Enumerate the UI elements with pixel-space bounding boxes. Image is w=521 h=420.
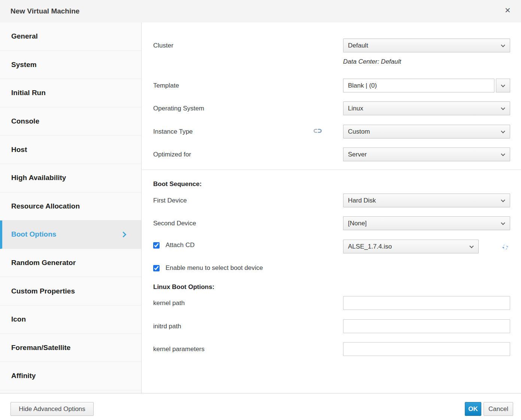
optimized-for-select[interactable]: Server [343, 147, 510, 161]
attach-cd-iso-value: ALSE_1.7.4.iso [348, 243, 392, 250]
cancel-button[interactable]: Cancel [484, 402, 513, 416]
attach-cd-iso-select[interactable]: ALSE_1.7.4.iso [343, 240, 479, 253]
template-value: Blank | (0) [348, 82, 377, 89]
first-device-label: First Device [153, 194, 187, 207]
boot-menu-label: Enable menu to select boot device [166, 264, 263, 272]
chevron-down-icon [501, 220, 505, 225]
kernel-path-label: kernel path [153, 296, 185, 310]
data-center-hint: Data Center: Default [343, 56, 401, 67]
first-device-select[interactable]: Hard Disk [343, 194, 510, 207]
kernel-path-input[interactable] [343, 296, 510, 310]
template-combobox[interactable]: Blank | (0) [343, 79, 494, 92]
sidebar-item-label: Custom Properties [11, 287, 75, 295]
kernel-parameters-label: kernel parameters [153, 342, 205, 356]
sidebar-item-foreman-satellite[interactable]: Foreman/Satellite [0, 334, 141, 362]
first-device-value: Hard Disk [348, 197, 376, 204]
refresh-icon[interactable] [502, 244, 509, 252]
linux-boot-options-heading: Linux Boot Options: [153, 283, 214, 291]
chevron-down-icon [501, 106, 505, 110]
instance-type-value: Custom [348, 128, 370, 136]
sidebar-item-host[interactable]: Host [0, 136, 141, 164]
chevron-down-icon [469, 244, 473, 248]
cluster-select-value: Default [348, 42, 368, 49]
second-device-label: Second Device [153, 216, 196, 230]
second-device-select[interactable]: [None] [343, 216, 510, 230]
initrd-path-label: initrd path [153, 319, 181, 333]
attach-cd-label: Attach CD [166, 241, 194, 249]
operating-system-select[interactable]: Linux [343, 101, 510, 115]
attach-cd-checkbox[interactable] [153, 242, 160, 249]
attach-cd-row: Attach CD [153, 241, 194, 249]
chevron-down-icon [501, 129, 505, 133]
sidebar-item-system[interactable]: System [0, 51, 141, 79]
optimized-for-label: Optimized for [153, 147, 191, 161]
sidebar-item-label: System [11, 61, 37, 69]
dialog-title: New Virtual Machine [10, 0, 79, 22]
instance-type-label: Instance Type [153, 125, 193, 139]
sidebar-item-custom-properties[interactable]: Custom Properties [0, 277, 141, 305]
sidebar-item-label: Foreman/Satellite [11, 344, 70, 352]
chevron-down-icon [501, 152, 505, 156]
dialog-header: New Virtual Machine × [0, 0, 521, 22]
chevron-down-icon [501, 43, 505, 47]
ok-button[interactable]: OK [465, 402, 481, 416]
hide-advanced-options-button[interactable]: Hide Advanced Options [10, 402, 94, 416]
sidebar-item-high-availability[interactable]: High Availability [0, 164, 141, 192]
sidebar-item-label: Console [11, 117, 39, 125]
sidebar-item-label: Icon [11, 315, 26, 323]
section-divider [142, 170, 521, 170]
operating-system-label: Operating System [153, 101, 204, 115]
sidebar: General System Initial Run Console Host … [0, 22, 142, 393]
sidebar-item-label: Random Generator [11, 259, 76, 267]
boot-menu-checkbox[interactable] [153, 265, 160, 271]
boot-options-panel: Cluster Default Data Center: Default Tem… [142, 22, 521, 393]
initrd-path-input[interactable] [343, 319, 510, 333]
cluster-label: Cluster [153, 39, 173, 52]
sidebar-item-label: Resource Allocation [11, 202, 80, 210]
new-vm-dialog: New Virtual Machine × General System Ini… [0, 0, 521, 420]
dialog-footer: Hide Advanced Options OK Cancel [0, 393, 521, 420]
sidebar-item-label: Host [11, 146, 27, 154]
operating-system-value: Linux [348, 105, 363, 112]
close-icon[interactable]: × [503, 0, 513, 20]
sidebar-item-label: Initial Run [11, 89, 46, 97]
sidebar-item-resource-allocation[interactable]: Resource Allocation [0, 192, 141, 221]
unlink-chain-icon [313, 128, 322, 135]
sidebar-item-random-generator[interactable]: Random Generator [0, 249, 141, 277]
instance-type-select[interactable]: Custom [343, 125, 510, 139]
sidebar-item-label: Boot Options [11, 230, 56, 238]
template-label: Template [153, 79, 179, 92]
cluster-select[interactable]: Default [343, 39, 510, 52]
second-device-value: [None] [348, 220, 367, 227]
chevron-down-icon [501, 198, 505, 202]
kernel-parameters-input[interactable] [343, 342, 510, 356]
sidebar-item-general[interactable]: General [0, 22, 141, 51]
sidebar-item-initial-run[interactable]: Initial Run [0, 79, 141, 107]
sidebar-item-boot-options[interactable]: Boot Options [0, 220, 141, 249]
sidebar-item-label: High Availability [11, 174, 66, 182]
sidebar-item-console[interactable]: Console [0, 107, 141, 136]
chevron-right-icon [121, 232, 127, 238]
template-dropdown-button[interactable] [496, 79, 510, 92]
boot-menu-row: Enable menu to select boot device [153, 264, 263, 272]
sidebar-item-icon[interactable]: Icon [0, 305, 141, 334]
chevron-down-icon [501, 83, 505, 87]
sidebar-item-label: Affinity [11, 372, 36, 380]
optimized-for-value: Server [348, 151, 367, 158]
sidebar-item-label: General [11, 32, 38, 40]
sidebar-item-affinity[interactable]: Affinity [0, 362, 141, 390]
boot-sequence-heading: Boot Sequence: [153, 180, 202, 188]
